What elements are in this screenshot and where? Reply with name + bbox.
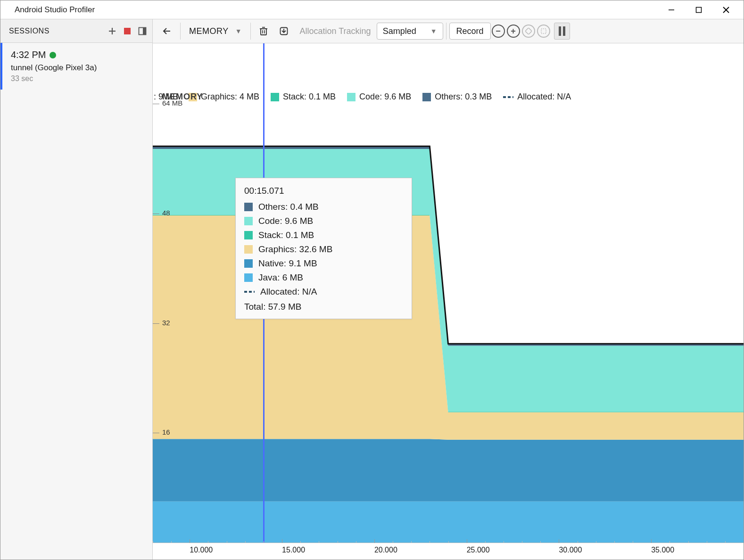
window-titlebar: Android Studio Profiler bbox=[0, 0, 744, 19]
svg-rect-18 bbox=[541, 29, 546, 33]
chevron-down-icon: ▼ bbox=[235, 27, 242, 35]
panel-layout-icon[interactable] bbox=[136, 25, 149, 37]
chart-x-axis: 10.00015.00020.00025.00030.00035.000 bbox=[153, 543, 744, 560]
tooltip-row-native: Native: 9.1 MB bbox=[244, 258, 403, 269]
back-button[interactable] bbox=[157, 22, 177, 40]
y-tick-label: 64 MB bbox=[162, 99, 182, 107]
allocation-tracking-label: Allocation Tracking bbox=[294, 22, 377, 40]
heap-dump-button[interactable] bbox=[273, 22, 294, 40]
chart-area-native bbox=[153, 439, 744, 501]
legend-item-stack: Stack: 0.1 MB bbox=[271, 92, 336, 102]
profiler-toolbar: MEMORY ▼ Allocation Tracking Sampled ▼ R… bbox=[153, 19, 744, 43]
add-session-icon[interactable] bbox=[106, 25, 118, 37]
session-device: tunnel (Google Pixel 3a) bbox=[11, 63, 144, 73]
x-tick-label: 10.000 bbox=[190, 546, 213, 554]
record-label: Record bbox=[456, 26, 484, 36]
session-time: 4:32 PM bbox=[11, 49, 46, 60]
svg-rect-1 bbox=[696, 7, 702, 12]
record-button[interactable]: Record bbox=[449, 23, 491, 40]
memory-chart[interactable]: : 9 MB Graphics: 4 MB Stack: 0.1 MB Code… bbox=[153, 43, 744, 560]
zoom-in-button[interactable]: + bbox=[507, 25, 520, 38]
svg-rect-6 bbox=[124, 28, 131, 34]
allocation-mode-select[interactable]: Sampled ▼ bbox=[377, 23, 443, 40]
tooltip-row-stack: Stack: 0.1 MB bbox=[244, 230, 403, 240]
y-tick-label: 32 bbox=[162, 319, 170, 327]
y-tick-label: 48 bbox=[162, 209, 170, 217]
profiler-view-label: MEMORY bbox=[189, 26, 229, 36]
session-elapsed: 33 sec bbox=[11, 74, 144, 83]
session-active-dot-icon bbox=[50, 52, 56, 58]
tooltip-total: Total: 57.9 MB bbox=[244, 302, 403, 312]
tooltip-row-graphics: Graphics: 32.6 MB bbox=[244, 244, 403, 255]
tooltip-row-java: Java: 6 MB bbox=[244, 272, 403, 283]
legend-item-code: Code: 9.6 MB bbox=[347, 92, 411, 102]
toolbar-separator bbox=[250, 23, 251, 40]
pause-icon bbox=[563, 26, 565, 36]
memory-legend: : 9 MB Graphics: 4 MB Stack: 0.1 MB Code… bbox=[153, 92, 744, 102]
sessions-header: SESSIONS bbox=[0, 19, 152, 43]
tooltip-time: 00:15.071 bbox=[244, 186, 403, 196]
chart-area-java bbox=[153, 502, 744, 543]
y-tick-label: 16 bbox=[162, 428, 170, 436]
window-close-button[interactable] bbox=[712, 0, 740, 19]
window-minimize-button[interactable] bbox=[658, 0, 685, 19]
zoom-reset-button[interactable] bbox=[522, 25, 535, 38]
svg-rect-8 bbox=[143, 27, 146, 34]
pause-icon bbox=[559, 26, 561, 36]
svg-rect-10 bbox=[261, 29, 266, 35]
profiler-view-dropdown[interactable]: MEMORY ▼ bbox=[183, 26, 248, 36]
x-tick-label: 30.000 bbox=[559, 546, 582, 554]
x-tick-label: 20.000 bbox=[374, 546, 397, 554]
profiler-main: MEMORY ▼ Allocation Tracking Sampled ▼ R… bbox=[153, 19, 744, 560]
session-item[interactable]: 4:32 PM tunnel (Google Pixel 3a) 33 sec bbox=[0, 43, 152, 90]
zoom-selection-button[interactable] bbox=[537, 25, 550, 38]
legend-item-allocated: Allocated: N/A bbox=[503, 92, 571, 102]
zoom-out-button[interactable]: − bbox=[492, 25, 505, 38]
sessions-panel: SESSIONS 4:32 PM tunnel (Google Pixel 3a… bbox=[0, 19, 153, 560]
chart-tooltip: 00:15.071 Others: 0.4 MB Code: 9.6 MB St… bbox=[235, 178, 412, 319]
sessions-title: SESSIONS bbox=[9, 27, 50, 35]
gc-button[interactable] bbox=[254, 22, 273, 40]
allocation-mode-value: Sampled bbox=[383, 26, 416, 36]
chevron-down-icon: ▼ bbox=[430, 27, 437, 35]
tooltip-row-code: Code: 9.6 MB bbox=[244, 216, 403, 226]
toolbar-separator bbox=[180, 23, 181, 40]
x-tick-label: 15.000 bbox=[282, 546, 305, 554]
svg-rect-17 bbox=[525, 28, 532, 34]
dash-icon bbox=[503, 96, 513, 98]
window-title: Android Studio Profiler bbox=[15, 5, 95, 15]
live-pause-button[interactable] bbox=[554, 23, 570, 40]
toolbar-separator bbox=[446, 23, 446, 40]
x-tick-label: 25.000 bbox=[467, 546, 490, 554]
tooltip-row-allocated: Allocated: N/A bbox=[244, 287, 403, 297]
stop-session-icon[interactable] bbox=[121, 25, 133, 37]
x-tick-label: 35.000 bbox=[651, 546, 674, 554]
legend-item-others: Others: 0.3 MB bbox=[422, 92, 492, 102]
tooltip-row-others: Others: 0.4 MB bbox=[244, 202, 403, 212]
window-maximize-button[interactable] bbox=[685, 0, 712, 19]
